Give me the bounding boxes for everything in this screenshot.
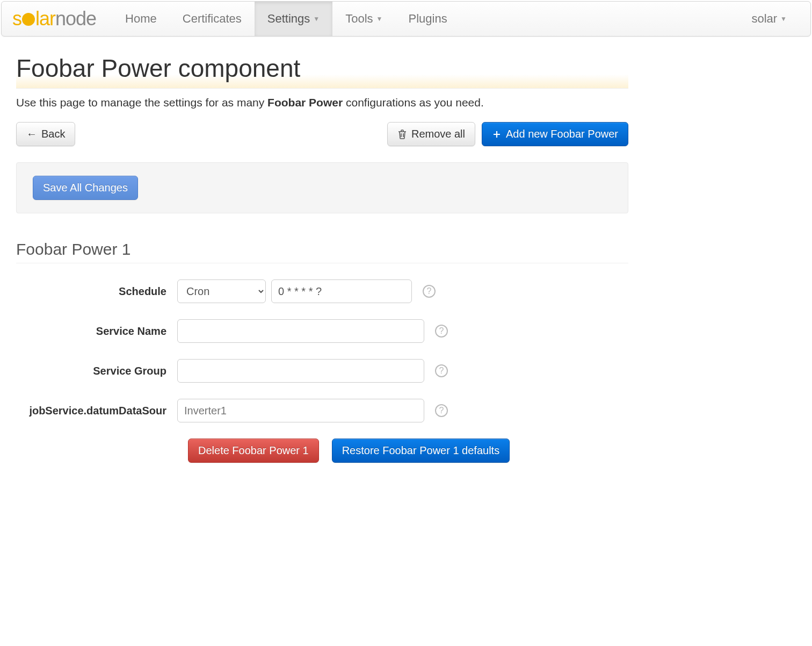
service-group-label: Service Group [16,365,177,377]
navbar: slarnode Home Certificates Settings▼ Too… [1,1,811,37]
nav-items: Home Certificates Settings▼ Tools▼ Plugi… [112,2,460,36]
job-service-input[interactable] [177,399,424,422]
arrow-left-icon: ← [26,128,37,140]
page-subtitle: Use this page to manage the settings for… [16,96,628,109]
plus-icon [492,130,502,139]
schedule-cron-input[interactable] [271,279,412,303]
restore-defaults-button[interactable]: Restore Foobar Power 1 defaults [332,439,510,463]
schedule-type-select[interactable]: Cron [177,279,266,303]
section-title: Foobar Power 1 [16,240,628,263]
service-group-input[interactable] [177,359,424,383]
add-new-button[interactable]: Add new Foobar Power [482,122,628,146]
help-icon[interactable]: ? [435,364,448,377]
save-bar: Save All Changes [16,162,628,213]
service-name-input[interactable] [177,319,424,343]
field-schedule: Schedule Cron ? [16,279,628,303]
toolbar: ← Back Remove all Add new Foobar Power [16,122,628,146]
nav-plugins[interactable]: Plugins [395,2,460,36]
brand-logo: slarnode [12,8,96,30]
nav-home[interactable]: Home [112,2,170,36]
nav-user: solar▼ [738,12,800,26]
trash-icon [397,129,407,140]
remove-all-button[interactable]: Remove all [387,122,475,146]
page-title: Foobar Power component [16,54,628,89]
chevron-down-icon: ▼ [313,15,320,23]
field-service-name: Service Name ? [16,319,628,343]
service-name-label: Service Name [16,325,177,338]
save-all-button[interactable]: Save All Changes [33,176,138,200]
delete-button[interactable]: Delete Foobar Power 1 [188,439,319,463]
back-button[interactable]: ← Back [16,122,75,146]
field-job-service: jobService.datumDataSour ? [16,399,628,422]
help-icon[interactable]: ? [423,285,436,298]
help-icon[interactable]: ? [435,404,448,417]
job-service-label: jobService.datumDataSour [16,405,177,417]
section-actions: Delete Foobar Power 1 Restore Foobar Pow… [188,439,628,463]
chevron-down-icon: ▼ [376,15,383,23]
chevron-down-icon: ▼ [780,15,787,23]
nav-settings[interactable]: Settings▼ [255,2,332,36]
nav-certificates[interactable]: Certificates [170,2,255,36]
help-icon[interactable]: ? [435,325,448,338]
field-service-group: Service Group ? [16,359,628,383]
nav-user-menu[interactable]: solar▼ [738,12,800,26]
schedule-label: Schedule [16,285,177,298]
nav-tools[interactable]: Tools▼ [332,2,395,36]
